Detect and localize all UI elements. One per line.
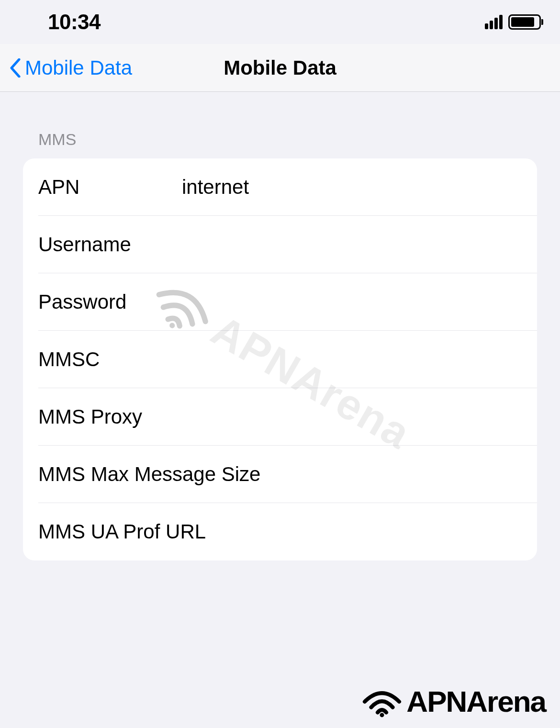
wifi-icon — [360, 685, 403, 718]
mms-proxy-field[interactable] — [182, 405, 522, 428]
navigation-bar: Mobile Data Mobile Data — [0, 44, 560, 92]
settings-group-mms: APN Username Password MMSC MMS Proxy MMS… — [23, 158, 537, 560]
apn-label: APN — [38, 176, 182, 199]
cellular-signal-icon — [485, 15, 503, 29]
mmsc-row[interactable]: MMSC — [23, 331, 537, 388]
apn-field[interactable] — [182, 176, 522, 199]
mms-proxy-label: MMS Proxy — [38, 405, 182, 428]
username-field[interactable] — [182, 233, 522, 256]
battery-icon — [508, 14, 541, 30]
mmsc-label: MMSC — [38, 348, 182, 371]
status-bar: 10:34 — [0, 0, 560, 44]
password-field[interactable] — [182, 291, 522, 314]
mms-ua-prof-label: MMS UA Prof URL — [38, 520, 522, 543]
svg-point-1 — [380, 713, 384, 717]
footer-brand-text: APNArena — [406, 684, 546, 718]
username-row[interactable]: Username — [23, 216, 537, 273]
status-icons — [485, 14, 541, 30]
username-label: Username — [38, 233, 182, 256]
password-row[interactable]: Password — [23, 273, 537, 331]
mms-max-size-row[interactable]: MMS Max Message Size — [23, 446, 537, 503]
mms-ua-prof-row[interactable]: MMS UA Prof URL — [23, 503, 537, 560]
mmsc-field[interactable] — [182, 348, 522, 371]
apn-row[interactable]: APN — [23, 158, 537, 216]
back-label: Mobile Data — [25, 56, 132, 79]
mms-max-size-label: MMS Max Message Size — [38, 463, 522, 486]
password-label: Password — [38, 291, 182, 314]
page-title: Mobile Data — [224, 56, 336, 79]
footer-brand: APNArena — [360, 684, 546, 718]
status-time: 10:34 — [48, 10, 101, 34]
back-button[interactable]: Mobile Data — [10, 56, 132, 79]
mms-proxy-row[interactable]: MMS Proxy — [23, 388, 537, 446]
section-header-mms: MMS — [23, 130, 537, 149]
content-area: MMS APN Username Password MMSC MMS Proxy… — [0, 92, 560, 560]
chevron-left-icon — [10, 58, 21, 78]
